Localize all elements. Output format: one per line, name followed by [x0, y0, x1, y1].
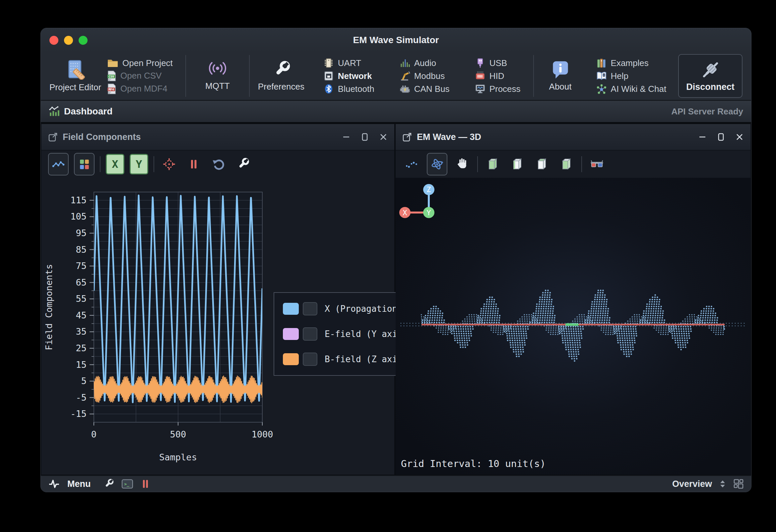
dashboard-bar: Dashboard API Server Ready	[41, 101, 751, 123]
monitor-activity-icon	[475, 83, 486, 94]
pause-stream-button[interactable]	[184, 154, 203, 175]
project-editor-label: Project Editor	[49, 82, 101, 93]
legend-item-x-propagation[interactable]: X (Propagation)	[283, 302, 400, 315]
wrench-icon	[272, 60, 290, 79]
field-components-panel: Field Components	[41, 124, 394, 475]
usb-plug-icon	[475, 58, 486, 68]
svg-text:500: 500	[170, 429, 186, 439]
legend-item-e-field[interactable]: E-field (Y axis)	[283, 327, 400, 341]
preferences-label: Preferences	[258, 81, 305, 92]
svg-text:1000: 1000	[251, 429, 273, 439]
svg-text:Samples: Samples	[159, 452, 197, 462]
line-plot-mode-button[interactable]	[48, 153, 69, 175]
disconnect-button[interactable]: Disconnect	[678, 54, 743, 98]
minimize-panel-icon[interactable]	[342, 133, 351, 141]
detach-panel-icon[interactable]	[48, 132, 58, 142]
undo-zoom-button[interactable]	[209, 154, 228, 175]
x-axis-button[interactable]: X	[106, 154, 124, 174]
dashboard-icon	[49, 106, 60, 117]
open-csv-button[interactable]: CSV Open CSV	[107, 71, 173, 81]
cube-view-front-button[interactable]	[483, 154, 503, 175]
svg-text:-5: -5	[75, 392, 86, 403]
modbus-label: Modbus	[414, 71, 445, 81]
terminal-icon[interactable]: >_	[121, 479, 133, 489]
svg-text:-15: -15	[70, 409, 86, 419]
pause-icon[interactable]	[141, 479, 150, 489]
sort-arrows-icon[interactable]	[718, 479, 727, 489]
cube-view-top-button[interactable]	[532, 154, 552, 175]
panel-title: EM Wave — 3D	[417, 132, 481, 142]
help-button[interactable]: i Help	[596, 71, 666, 81]
legend-swatch	[283, 353, 299, 365]
legend-toggle[interactable]	[303, 327, 317, 341]
audio-button[interactable]: Audio	[400, 58, 450, 68]
settings-wrench-icon[interactable]	[103, 478, 114, 490]
y-axis-button[interactable]: Y	[130, 154, 148, 174]
modbus-button[interactable]: Modbus	[400, 71, 450, 81]
svg-text:>_: >_	[124, 482, 129, 487]
plot-legend: X (Propagation) E-field (Y axis) B-field…	[273, 292, 409, 376]
project-editor-button[interactable]: Project Editor	[49, 60, 101, 93]
legend-toggle[interactable]	[303, 302, 317, 315]
pan-hand-button[interactable]	[453, 154, 472, 175]
panel-toolbar-separator	[154, 156, 154, 172]
bluetooth-icon	[323, 83, 334, 94]
process-button[interactable]: Process	[475, 83, 521, 94]
network-button[interactable]: Network	[323, 71, 374, 81]
field-components-plot-area[interactable]: 1151059585756555453525155-5-1505001000Fi…	[41, 178, 394, 475]
svg-text:Field Components: Field Components	[44, 264, 54, 350]
em-wave-3d-viewport[interactable]: ZXY Grid Interval: 10 unit(s)	[396, 178, 751, 475]
channel-grid-button[interactable]	[74, 153, 94, 175]
menu-button[interactable]: Menu	[67, 479, 91, 489]
layout-grid-icon[interactable]	[733, 479, 744, 489]
mqtt-button[interactable]: MQTT	[193, 61, 242, 91]
svg-text:65: 65	[75, 277, 86, 288]
svg-text:55: 55	[75, 294, 86, 304]
field-components-header[interactable]: Field Components	[41, 124, 394, 151]
mf4-file-icon: MF4	[107, 83, 117, 94]
title-bar: EM Wave Simulator	[41, 28, 751, 52]
open-mdf4-button[interactable]: MF4 Open MDF4	[107, 83, 173, 94]
scatter-points-button[interactable]	[402, 154, 421, 175]
can-bus-button[interactable]: CAN Bus	[400, 83, 450, 94]
bluetooth-button[interactable]: Bluetooth	[323, 83, 374, 94]
maximize-panel-icon[interactable]	[361, 133, 369, 141]
legend-item-b-field[interactable]: B-field (Z axis)	[283, 353, 400, 366]
plot-settings-wrench-button[interactable]	[233, 154, 252, 175]
audio-label: Audio	[414, 58, 436, 68]
close-panel-icon[interactable]	[379, 133, 388, 141]
preferences-button[interactable]: Preferences	[256, 60, 306, 92]
usb-button[interactable]: USB	[475, 58, 521, 68]
hid-button[interactable]: HID	[475, 71, 521, 81]
radio-signal-icon	[208, 61, 227, 78]
cube-view-side-button[interactable]	[508, 154, 527, 175]
dashboard-title[interactable]: Dashboard	[64, 106, 113, 117]
overview-selector[interactable]: Overview	[672, 479, 712, 489]
examples-button[interactable]: Examples	[596, 58, 666, 68]
legend-toggle[interactable]	[303, 353, 317, 366]
pulse-icon	[48, 478, 60, 490]
orbit-rotate-button[interactable]	[427, 153, 447, 175]
em-wave-3d-toolbar	[396, 151, 751, 178]
uart-button[interactable]: UART	[323, 58, 374, 68]
maximize-panel-icon[interactable]	[717, 133, 725, 141]
svg-text:15: 15	[75, 360, 86, 370]
cube-view-iso-button[interactable]	[557, 154, 576, 175]
close-panel-icon[interactable]	[735, 133, 744, 141]
ai-wiki-chat-button[interactable]: AI Wiki & Chat	[596, 83, 666, 94]
project-editor-icon	[66, 60, 85, 79]
em-wave-3d-header[interactable]: EM Wave — 3D	[396, 124, 751, 151]
network-label: Network	[338, 71, 372, 81]
about-button[interactable]: About	[541, 60, 580, 92]
field-components-toolbar: X Y	[41, 151, 394, 178]
disconnect-label: Disconnect	[686, 82, 735, 92]
open-project-button[interactable]: Open Project	[107, 58, 173, 68]
open-mdf4-label: Open MDF4	[121, 83, 168, 94]
workspace: Field Components	[41, 123, 751, 475]
minimize-panel-icon[interactable]	[698, 133, 707, 141]
anaglyph-3d-glasses-button[interactable]	[587, 154, 606, 175]
crosshair-tracking-button[interactable]	[160, 154, 179, 175]
folder-icon	[107, 58, 119, 68]
detach-panel-icon[interactable]	[402, 132, 412, 142]
usb-label: USB	[490, 58, 507, 68]
